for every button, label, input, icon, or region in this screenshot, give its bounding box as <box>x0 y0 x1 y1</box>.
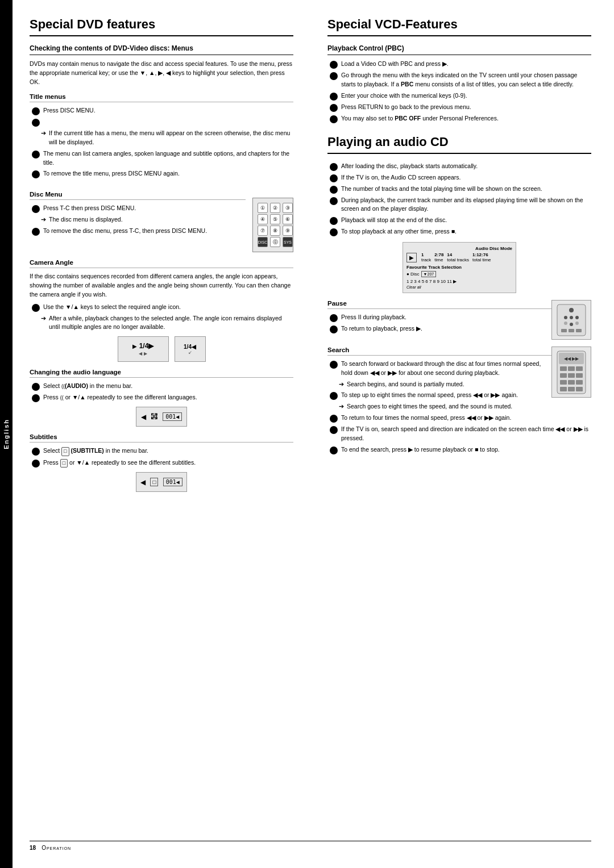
disc-menu-heading: Disc Menu <box>30 191 246 200</box>
item-text: Playback will stop at the end of the dis… <box>341 216 591 225</box>
bullet-icon <box>330 93 338 101</box>
svg-point-2 <box>570 316 573 319</box>
disc-num-cell: ③ <box>283 203 293 213</box>
bullet-icon <box>32 119 40 127</box>
sidebar-tab: English <box>0 0 13 868</box>
item-text: During playback, the current track numbe… <box>341 196 591 214</box>
pbc-list: Load a Video CD with PBC and press ▶. Go… <box>327 60 591 123</box>
press-text: Press <box>43 394 59 400</box>
checking-heading: Checking the contents of DVD-Video discs… <box>30 44 293 55</box>
bullet-icon <box>330 426 338 434</box>
list-item <box>30 118 293 127</box>
title-menus-list-2: The menu can list camera angles, spoken … <box>30 149 293 179</box>
subtitles-heading: Subtitles <box>30 433 293 443</box>
arrow-item: ➔ After a while, playback changes to the… <box>30 314 293 332</box>
arrow-text: Search begins, and sound is partially mu… <box>347 380 464 389</box>
item-text: If the TV is on, the Audio CD screen app… <box>341 173 591 182</box>
disc-num-cell: SYS <box>283 237 293 247</box>
item-text: Press DISC MENU. <box>43 106 293 115</box>
item-text: After loading the disc, playback starts … <box>341 162 591 171</box>
item-text: If the TV is on, search speed and direct… <box>341 425 591 443</box>
svg-point-6 <box>564 322 567 325</box>
bullet-icon <box>32 228 40 236</box>
arrow-item: ➔ The disc menu is displayed. <box>30 215 246 224</box>
bullet-icon <box>330 228 338 236</box>
search-section: ◀◀ ▶▶ <box>327 347 591 457</box>
svg-point-3 <box>564 316 567 319</box>
list-item: To step up to eight times the normal spe… <box>327 391 546 400</box>
page-container: English Special DVD features Checking th… <box>0 0 614 868</box>
disc-number-grid: ① ② ③ ④ ⑤ ⑥ ⑦ ⑧ ⑨ DISC ⓪ <box>255 201 291 249</box>
svg-point-1 <box>569 308 574 312</box>
audio-mode-label: Audio Disc Mode <box>406 246 512 251</box>
list-item: To remove the title menu, press DISC MEN… <box>30 169 293 178</box>
bullet-icon <box>330 186 338 194</box>
disc-menu-list-2: To remove the disc menu, press T-C, then… <box>30 227 246 236</box>
list-item: The number of tracks and the total playi… <box>327 185 591 194</box>
list-item: To stop playback at any other time, pres… <box>327 227 591 236</box>
list-item: Press T-C then press DISC MENU. <box>30 204 246 213</box>
page-number: 18 <box>30 845 36 851</box>
list-item: Press □ or ▼/▲ repeatedly to see the dif… <box>30 458 293 468</box>
bullet-icon <box>330 326 338 333</box>
clear-all-label: Clear all <box>406 285 512 289</box>
list-item: Select (((AUDIO) in the menu bar. <box>30 382 293 391</box>
item-text: The number of tracks and the total playi… <box>341 185 591 194</box>
list-item: To remove the disc menu, press T-C, then… <box>30 227 246 236</box>
disc-num-cell: ⑥ <box>283 214 293 224</box>
list-item: Playback will stop at the end of the dis… <box>327 216 591 225</box>
select-text2: Select <box>43 447 60 454</box>
bullet-icon <box>330 104 338 112</box>
item-text: To stop playback at any other time, pres… <box>341 227 591 236</box>
svg-rect-14 <box>560 366 567 371</box>
disc-num-cell: ⓪ <box>270 237 280 247</box>
disc-num-cell: ⑧ <box>270 226 280 236</box>
arrow-icon: ➔ <box>339 402 344 411</box>
title-menus-list: Press DISC MENU. <box>30 106 293 127</box>
item-text: Select □ (SUBTITLE) in the menu bar. <box>43 446 293 456</box>
bullet-icon <box>330 446 338 454</box>
arrow-text: If the current title has a menu, the men… <box>49 129 293 147</box>
bullet-icon <box>32 383 40 391</box>
bullet-icon <box>330 72 338 80</box>
camera-angle-list: Use the ▼/▲ keys to select the required … <box>30 303 293 312</box>
list-item: To return to four times the normal speed… <box>327 414 591 423</box>
checking-body: DVDs may contain menus to navigate the d… <box>30 60 293 86</box>
search-list-3: To return to four times the normal speed… <box>327 414 591 454</box>
item-text: Press □ or ▼/▲ repeatedly to see the dif… <box>43 458 293 468</box>
footer-bar: 18 Operation <box>30 841 591 851</box>
pbc-heading: Playback Control (PBC) <box>327 44 591 55</box>
disc-num-cell: ② <box>270 203 280 213</box>
disc-num-cell: DISC <box>258 237 268 247</box>
disc-num-cell: ④ <box>258 214 268 224</box>
camera-angle-right-image: 1/4◀ ↙ <box>175 336 206 362</box>
svg-rect-17 <box>560 373 567 378</box>
arrow-icon: ➔ <box>41 314 46 323</box>
bullet-icon <box>32 205 40 213</box>
audio-cd-screen: Audio Disc Mode ▶ 1track 2:78time 14tota… <box>403 242 516 293</box>
svg-rect-19 <box>576 373 583 378</box>
camera-angle-heading: Camera Angle <box>30 259 293 268</box>
list-item: Load a Video CD with PBC and press ▶. <box>327 60 591 69</box>
search-remote-image: ◀◀ ▶▶ <box>551 347 591 398</box>
svg-rect-24 <box>568 387 575 391</box>
item-text: Enter your choice with the numerical key… <box>341 91 591 101</box>
item-text: Press (( or ▼/▲ repeatedly to see the di… <box>43 393 293 402</box>
bullet-icon <box>32 460 40 468</box>
item-text: Select (((AUDIO) in the menu bar. <box>43 382 293 391</box>
item-text: Press T-C then press DISC MENU. <box>43 204 246 213</box>
press-text2: Press <box>43 459 59 466</box>
dvd-features-title: Special DVD features <box>30 17 293 36</box>
disc-num-cell: ⑤ <box>270 214 280 224</box>
svg-rect-22 <box>576 380 583 385</box>
item-text: To step up to eight times the normal spe… <box>341 391 546 400</box>
arrow-text: The disc menu is displayed. <box>49 215 123 224</box>
item-text: Go through the menu with the keys indica… <box>341 71 591 89</box>
arrow-icon: ➔ <box>41 129 46 138</box>
bullet-icon <box>330 314 338 322</box>
bullet-icon <box>330 197 338 205</box>
bullet-icon <box>32 107 40 115</box>
disc-menu-list: Press T-C then press DISC MENU. <box>30 204 246 213</box>
bullet-icon <box>32 151 40 158</box>
svg-point-7 <box>575 322 579 325</box>
